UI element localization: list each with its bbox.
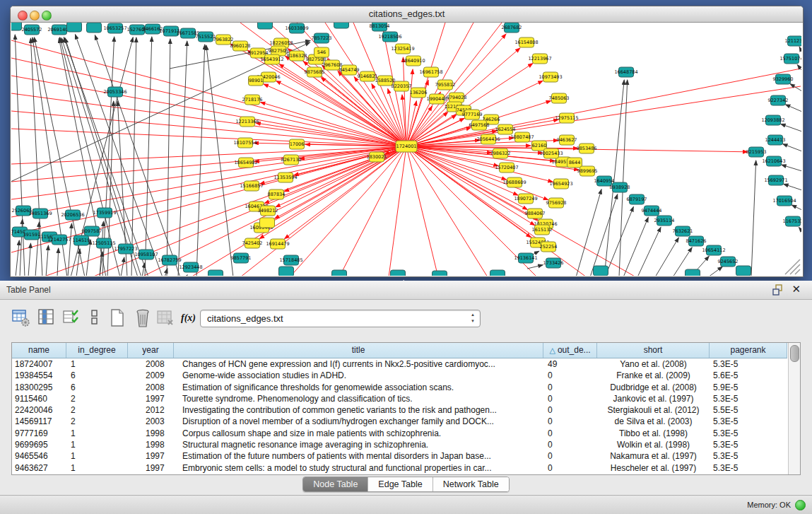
graph-node[interactable]	[279, 267, 294, 276]
select-rows-icon[interactable]	[62, 308, 82, 329]
table-cell[interactable]: 5.3E-5	[710, 450, 787, 462]
table-cell[interactable]: Investigating the contribution of common…	[174, 404, 543, 416]
table-cell[interactable]: 5.3E-5	[710, 428, 787, 439]
table-cell[interactable]: 5.5E-5	[710, 404, 787, 416]
vertical-scrollbar[interactable]	[788, 343, 800, 474]
table-cell[interactable]: 19384554	[12, 370, 66, 381]
function-builder-icon[interactable]: f(x)	[181, 308, 201, 329]
table-cell[interactable]: 18724007	[12, 358, 66, 370]
table-cell[interactable]: Jankovic et al. (1997)	[597, 393, 710, 404]
table-cell[interactable]: 9699695	[12, 439, 66, 450]
tab-edge-table[interactable]: Edge Table	[368, 477, 433, 491]
column-header-name[interactable]: name	[12, 343, 66, 358]
table-cell[interactable]: 5.3E-5	[710, 462, 787, 474]
table-cell[interactable]: Genome-wide association studies in ADHD.	[174, 370, 543, 381]
delete-trash-icon[interactable]	[133, 308, 153, 329]
table-cell[interactable]: 0	[543, 462, 597, 474]
table-cell[interactable]: 0	[543, 428, 597, 439]
table-cell[interactable]: 1	[66, 462, 128, 474]
new-table-icon[interactable]	[107, 308, 127, 329]
table-cell[interactable]: 5.6E-5	[710, 370, 787, 381]
table-row[interactable]: 1938455462009Genome-wide association stu…	[12, 370, 787, 381]
network-window[interactable]: citations_edges.txt 24055722069140610653…	[10, 6, 804, 277]
table-row[interactable]: 977716911998Corpus callosum shape and si…	[12, 428, 787, 439]
table-cell[interactable]: 9463627	[12, 462, 66, 474]
table-cell[interactable]: Nakamura et al. (1997)	[597, 450, 710, 462]
table-cell[interactable]: 2	[66, 404, 128, 416]
graph-node[interactable]	[87, 23, 102, 33]
table-cell[interactable]: 2008	[128, 358, 174, 370]
table-cell[interactable]: 1	[66, 358, 128, 370]
table-cell[interactable]: Hescheler et al. (1997)	[597, 462, 710, 474]
table-cell[interactable]: 1998	[128, 439, 174, 450]
network-canvas[interactable]: 2405572206914061065325715276029466162107…	[11, 23, 801, 276]
table-row[interactable]: 1456911722003Disruption of a novel membe…	[12, 416, 787, 427]
graph-node[interactable]	[334, 23, 349, 28]
float-panel-icon[interactable]	[772, 284, 784, 296]
graph-node[interactable]	[258, 23, 273, 29]
table-cell[interactable]: 0	[543, 439, 597, 450]
table-cell[interactable]: 5.9E-5	[710, 382, 787, 393]
table-cell[interactable]: 9777169	[12, 428, 66, 439]
table-cell[interactable]: 5.3E-5	[710, 358, 787, 370]
table-cell[interactable]: 1	[66, 439, 128, 450]
table-row[interactable]: 946554611997Estimation of the future num…	[12, 450, 787, 462]
table-cell[interactable]: 0	[543, 450, 597, 462]
table-cell[interactable]: 0	[543, 393, 597, 404]
table-row[interactable]: 946362711997Embryonic stem cells: a mode…	[12, 462, 787, 474]
delete-table-disabled-icon[interactable]	[155, 308, 175, 329]
graph-node[interactable]	[260, 218, 275, 228]
graph-node[interactable]	[736, 266, 751, 276]
table-cell[interactable]: 14569117	[12, 416, 66, 427]
table-cell[interactable]: 0	[543, 370, 597, 381]
table-row[interactable]: 1872400712008Changes of HCN gene express…	[12, 358, 787, 370]
table-cell[interactable]: 2009	[128, 370, 174, 381]
table-cell[interactable]: 6	[66, 382, 128, 393]
table-cell[interactable]: 1	[66, 450, 128, 462]
table-row[interactable]: 969969511998Structural magnetic resonanc…	[12, 439, 787, 450]
table-cell[interactable]: 5.3E-5	[710, 416, 787, 427]
table-select-combobox[interactable]: citations_edges.txt ▲▼	[200, 310, 481, 327]
table-cell[interactable]: 2008	[128, 382, 174, 393]
column-header-pagerank[interactable]: pagerank	[710, 343, 787, 358]
table-cell[interactable]: Changes of HCN gene expression and I(f) …	[174, 358, 543, 370]
table-cell[interactable]: 2	[66, 416, 128, 427]
table-cell[interactable]: Structural magnetic resonance image aver…	[174, 439, 543, 450]
tab-node-table[interactable]: Node Table	[303, 477, 368, 491]
graph-node[interactable]	[67, 23, 82, 32]
table-cell[interactable]: Franke et al. (2009)	[597, 370, 710, 381]
table-cell[interactable]: Wolkin et al. (1998)	[597, 439, 710, 450]
table-cell[interactable]: 22420046	[12, 404, 66, 416]
column-visibility-icon[interactable]	[37, 308, 57, 329]
table-cell[interactable]: Tourette syndrome. Phenomenology and cla…	[174, 393, 543, 404]
table-cell[interactable]: 18300295	[12, 382, 66, 393]
table-cell[interactable]: de Silva et al. (2003)	[597, 416, 710, 427]
table-cell[interactable]: 5.3E-5	[710, 439, 787, 450]
table-cell[interactable]: 0	[543, 404, 597, 416]
table-cell[interactable]: 1997	[128, 450, 174, 462]
graph-node[interactable]	[11, 23, 22, 30]
table-cell[interactable]: Estimation of the future numbers of pati…	[174, 450, 543, 462]
table-cell[interactable]: 9115460	[12, 393, 66, 404]
graph-node[interactable]	[490, 270, 505, 276]
table-cell[interactable]: Disruption of a novel member of a sodium…	[174, 416, 543, 427]
table-cell[interactable]: 6	[66, 370, 128, 381]
graph-node[interactable]	[208, 270, 223, 276]
table-row[interactable]: 2242004622012Investigating the contribut…	[12, 404, 787, 416]
table-row[interactable]: 911546021997Tourette syndrome. Phenomeno…	[12, 393, 787, 404]
graph-node[interactable]	[433, 271, 447, 276]
table-cell[interactable]: 0	[543, 382, 597, 393]
column-header-out_de[interactable]: △out_de...	[543, 343, 597, 358]
table-cell[interactable]: 1	[66, 428, 128, 439]
column-header-title[interactable]: title	[174, 343, 543, 358]
table-cell[interactable]: 2	[66, 393, 128, 404]
column-header-short[interactable]: short	[597, 343, 710, 358]
table-cell[interactable]: Stergiakouli et al. (2012)	[597, 404, 710, 416]
table-cell[interactable]: 2012	[128, 404, 174, 416]
table-cell[interactable]: 9465546	[12, 450, 66, 462]
table-panel-header[interactable]: Table Panel ✕	[0, 281, 812, 300]
column-header-year[interactable]: year	[128, 343, 174, 358]
table-cell[interactable]: Corpus callosum shape and size in male p…	[174, 428, 543, 439]
table-cell[interactable]: Yano et al. (2008)	[597, 358, 710, 370]
graph-node[interactable]	[686, 269, 700, 276]
